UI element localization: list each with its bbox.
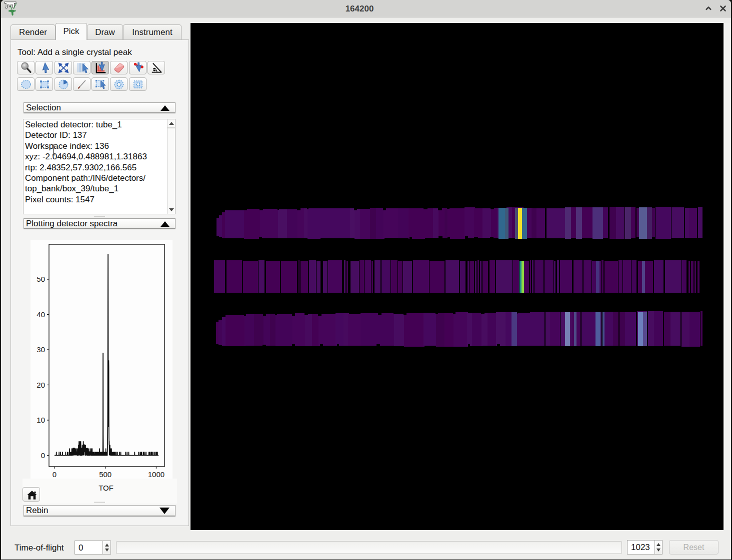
svg-text:500: 500 <box>99 470 112 479</box>
svg-text:40: 40 <box>36 310 45 319</box>
svg-text:0: 0 <box>52 470 56 479</box>
svg-text:30: 30 <box>36 345 45 354</box>
svg-text:50: 50 <box>36 275 45 283</box>
svg-text:1000: 1000 <box>148 470 164 479</box>
svg-text:20: 20 <box>36 381 45 389</box>
svg-text:0: 0 <box>41 451 45 460</box>
svg-text:10: 10 <box>36 416 45 424</box>
